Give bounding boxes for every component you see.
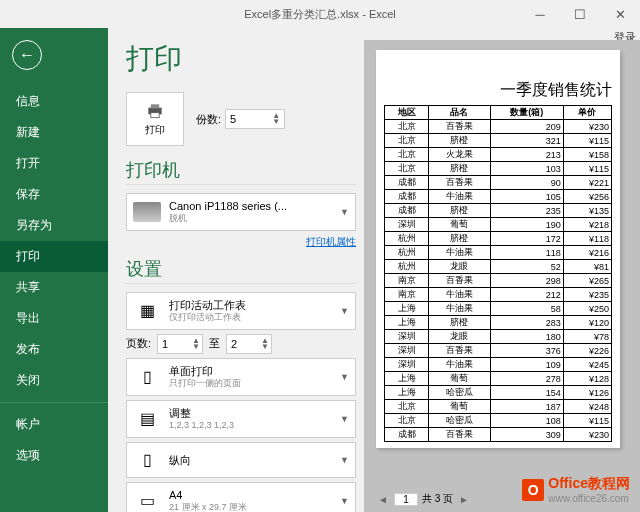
- title-bar: Excel多重分类汇总.xlsx - Excel ─ ☐ ✕: [0, 0, 640, 28]
- sidebar: ← 信息新建打开保存另存为打印共享导出发布关闭 帐户选项: [0, 28, 108, 512]
- page-icon: ▯: [133, 365, 161, 389]
- collate-icon: ▤: [133, 407, 161, 431]
- sheet-icon: ▦: [133, 299, 161, 323]
- orientation-selector[interactable]: ▯ 纵向 ▼: [126, 442, 356, 478]
- copies-input[interactable]: [230, 113, 260, 125]
- sides-selector[interactable]: ▯ 单面打印只打印一侧的页面 ▼: [126, 358, 356, 396]
- table-row: 北京哈密瓜108¥115: [385, 414, 612, 428]
- pages-from-spinner[interactable]: ▲▼: [157, 334, 203, 354]
- back-button[interactable]: ←: [12, 40, 42, 70]
- table-row: 北京脐橙103¥115: [385, 162, 612, 176]
- page-number-input[interactable]: [394, 493, 418, 506]
- sidebar-item-导出[interactable]: 导出: [0, 303, 108, 334]
- close-button[interactable]: ✕: [600, 0, 640, 28]
- sidebar-item-新建[interactable]: 新建: [0, 117, 108, 148]
- table-row: 北京脐橙321¥115: [385, 134, 612, 148]
- sidebar-item-关闭[interactable]: 关闭: [0, 365, 108, 396]
- data-table: 地区品名数量(箱)单价 北京百香果209¥230北京脐橙321¥115北京火龙果…: [384, 105, 612, 442]
- sidebar-item-选项[interactable]: 选项: [0, 440, 108, 471]
- window-title: Excel多重分类汇总.xlsx - Excel: [244, 7, 396, 22]
- printer-heading: 打印机: [126, 158, 356, 185]
- copies-label: 份数:: [196, 112, 221, 127]
- paper-selector[interactable]: ▭ A421 厘米 x 29.7 厘米 ▼: [126, 482, 356, 512]
- watermark-logo: O: [522, 479, 544, 501]
- sidebar-item-打开[interactable]: 打开: [0, 148, 108, 179]
- copies-spinner[interactable]: ▲▼: [225, 109, 285, 129]
- printer-properties-link[interactable]: 打印机属性: [126, 235, 356, 249]
- page-heading: 打印: [126, 40, 356, 78]
- table-row: 上海哈密瓜154¥126: [385, 386, 612, 400]
- paper-icon: ▭: [133, 489, 161, 512]
- sidebar-item-发布[interactable]: 发布: [0, 334, 108, 365]
- table-row: 南京牛油果212¥235: [385, 288, 612, 302]
- settings-heading: 设置: [126, 257, 356, 284]
- table-row: 深圳龙眼180¥78: [385, 330, 612, 344]
- table-row: 成都百香果90¥221: [385, 176, 612, 190]
- table-row: 杭州脐橙172¥118: [385, 232, 612, 246]
- table-row: 成都脐橙235¥135: [385, 204, 612, 218]
- sidebar-item-保存[interactable]: 保存: [0, 179, 108, 210]
- sidebar-item-共享[interactable]: 共享: [0, 272, 108, 303]
- sidebar-item-帐户[interactable]: 帐户: [0, 409, 108, 440]
- sheet-title: 一季度销售统计: [384, 80, 612, 101]
- minimize-button[interactable]: ─: [520, 0, 560, 28]
- table-row: 深圳葡萄190¥218: [385, 218, 612, 232]
- sidebar-item-信息[interactable]: 信息: [0, 86, 108, 117]
- print-preview: 一季度销售统计 地区品名数量(箱)单价 北京百香果209¥230北京脐橙321¥…: [364, 40, 640, 512]
- table-row: 深圳百香果376¥226: [385, 344, 612, 358]
- next-page-button[interactable]: ►: [457, 494, 471, 505]
- prev-page-button[interactable]: ◄: [376, 494, 390, 505]
- sidebar-item-另存为[interactable]: 另存为: [0, 210, 108, 241]
- chevron-down-icon: ▼: [340, 207, 349, 217]
- table-row: 上海牛油果58¥250: [385, 302, 612, 316]
- table-row: 上海葡萄278¥128: [385, 372, 612, 386]
- maximize-button[interactable]: ☐: [560, 0, 600, 28]
- printer-icon: [143, 101, 167, 121]
- table-row: 成都牛油果105¥256: [385, 190, 612, 204]
- table-row: 深圳牛油果109¥245: [385, 358, 612, 372]
- svg-rect-1: [151, 104, 159, 108]
- print-what-selector[interactable]: ▦ 打印活动工作表 仅打印活动工作表 ▼: [126, 292, 356, 330]
- pages-label: 页数:: [126, 336, 151, 351]
- collate-selector[interactable]: ▤ 调整1,2,3 1,2,3 1,2,3 ▼: [126, 400, 356, 438]
- table-row: 北京火龙果213¥158: [385, 148, 612, 162]
- table-row: 成都百香果309¥230: [385, 428, 612, 442]
- sidebar-item-打印[interactable]: 打印: [0, 241, 108, 272]
- printer-device-icon: [133, 200, 161, 224]
- table-row: 北京葡萄187¥248: [385, 400, 612, 414]
- printer-selector[interactable]: Canon iP1188 series (... 脱机 ▼: [126, 193, 356, 231]
- table-row: 杭州牛油果118¥216: [385, 246, 612, 260]
- table-row: 上海脐橙283¥120: [385, 316, 612, 330]
- pages-to-spinner[interactable]: ▲▼: [226, 334, 272, 354]
- print-button[interactable]: 打印: [126, 92, 184, 146]
- table-row: 北京百香果209¥230: [385, 120, 612, 134]
- preview-page: 一季度销售统计 地区品名数量(箱)单价 北京百香果209¥230北京脐橙321¥…: [376, 50, 620, 448]
- table-row: 南京百香果298¥265: [385, 274, 612, 288]
- table-row: 杭州龙眼52¥81: [385, 260, 612, 274]
- svg-rect-2: [151, 113, 159, 118]
- portrait-icon: ▯: [133, 448, 161, 472]
- watermark: O Office教程网 www.office26.com: [522, 475, 630, 504]
- total-pages-label: 共 3 页: [422, 492, 453, 506]
